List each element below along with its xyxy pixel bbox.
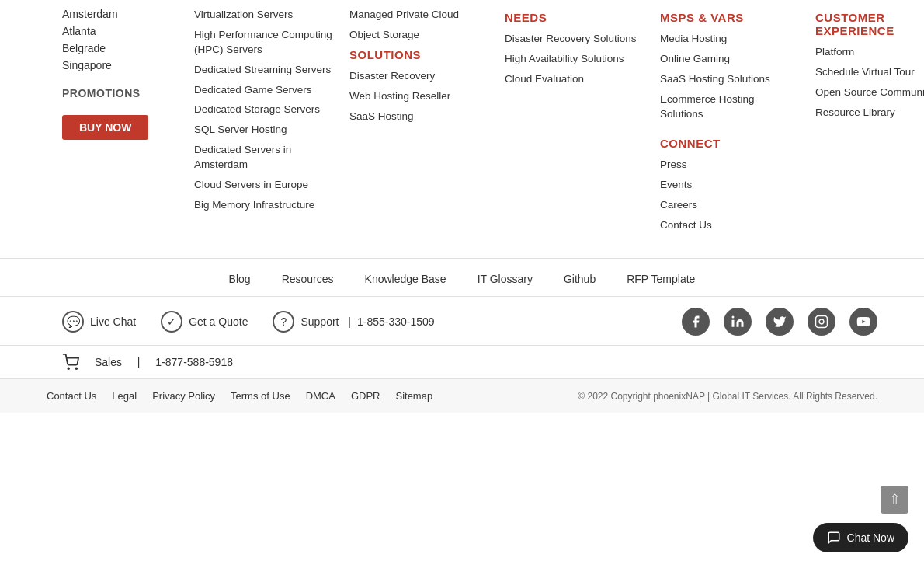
needs-disaster-recovery[interactable]: Disaster Recovery Solutions — [505, 32, 644, 47]
live-chat-label: Live Chat — [90, 315, 136, 328]
server-storage[interactable]: Dedicated Storage Servers — [194, 103, 334, 117]
svg-point-0 — [732, 316, 735, 319]
sales-separator: | — [137, 356, 141, 368]
get-quote-link[interactable]: ✓ Get a Quote — [161, 311, 248, 333]
contact-left: 💬 Live Chat ✓ Get a Quote ? Support | 1-… — [62, 311, 435, 333]
bottom-links: Contact Us Legal Privacy Policy Terms of… — [47, 390, 432, 402]
bottom-contact-us[interactable]: Contact Us — [47, 390, 96, 402]
city-singapore[interactable]: Singapore — [62, 59, 186, 71]
solutions-saas[interactable]: SaaS Hosting — [349, 110, 489, 124]
instagram-icon[interactable] — [808, 308, 835, 336]
msps-saas-solutions[interactable]: SaaS Hosting Solutions — [660, 72, 800, 87]
support-separator: | — [345, 315, 351, 328]
copyright-text: © 2022 Copyright phoenixNAP | Global IT … — [578, 391, 877, 402]
connect-contact[interactable]: Contact Us — [660, 218, 800, 233]
city-belgrade[interactable]: Belgrade — [62, 42, 186, 54]
solutions-web-hosting[interactable]: Web Hosting Reseller — [349, 89, 489, 104]
needs-cloud-evaluation[interactable]: Cloud Evaluation — [505, 72, 644, 87]
svg-rect-1 — [816, 316, 828, 328]
city-atlanta[interactable]: Atlanta — [62, 25, 186, 37]
msps-heading: MSPs & VARs — [660, 11, 800, 24]
connect-heading: CONNECT — [660, 137, 800, 150]
support-label: Support — [300, 315, 339, 328]
msps-ecommerce[interactable]: Ecommerce Hosting Solutions — [660, 92, 800, 122]
customer-virtual-tour[interactable]: Schedule Virtual Tour — [815, 65, 924, 80]
promotions-label: PROMOTIONS — [62, 87, 186, 99]
customer-resource-library[interactable]: Resource Library — [815, 106, 924, 120]
sales-bar: Sales | 1-877-588-5918 — [0, 346, 924, 378]
quote-icon: ✓ — [161, 311, 182, 333]
needs-high-availability[interactable]: High Availability Solutions — [505, 52, 644, 67]
linkedin-icon[interactable] — [724, 308, 752, 336]
bottom-terms[interactable]: Terms of Use — [231, 390, 290, 402]
bottom-dmca[interactable]: DMCA — [306, 390, 335, 402]
server-hpc[interactable]: High Performance Computing (HPC) Servers — [194, 28, 334, 57]
bottom-sitemap[interactable]: Sitemap — [395, 390, 432, 402]
server-amsterdam[interactable]: Dedicated Servers in Amsterdam — [194, 143, 334, 172]
chat-icon: 💬 — [62, 311, 84, 333]
server-virtualization[interactable]: Virtualization Servers — [194, 8, 334, 23]
svg-point-4 — [68, 368, 69, 369]
footer-it-glossary[interactable]: IT Glossary — [478, 273, 533, 285]
live-chat-link[interactable]: 💬 Live Chat — [62, 311, 136, 333]
cart-icon: Sales | 1-877-588-5918 — [62, 354, 233, 371]
buy-now-button[interactable]: BUY NOW — [62, 115, 148, 140]
footer-knowledge-base[interactable]: Knowledge Base — [365, 273, 446, 285]
footer-rfp[interactable]: RFP Template — [627, 273, 695, 285]
support-phone: 1-855-330-1509 — [357, 315, 435, 328]
connect-careers[interactable]: Careers — [660, 198, 800, 213]
solutions-heading: SOLUTIONS — [349, 48, 489, 61]
youtube-icon[interactable] — [849, 308, 877, 336]
connect-press[interactable]: Press — [660, 158, 800, 172]
get-quote-label: Get a Quote — [189, 315, 248, 328]
server-streaming[interactable]: Dedicated Streaming Servers — [194, 63, 334, 78]
bottom-bar: Contact Us Legal Privacy Policy Terms of… — [0, 378, 924, 413]
customer-platform[interactable]: Platform — [815, 45, 924, 60]
customer-heading: Customer Experience — [815, 11, 924, 37]
footer-github[interactable]: Github — [564, 273, 596, 285]
bottom-gdpr[interactable]: GDPR — [351, 390, 380, 402]
customer-column: Customer Experience Platform Schedule Vi… — [808, 8, 924, 239]
server-europe[interactable]: Cloud Servers in Europe — [194, 178, 334, 193]
cities-column: Amsterdam Atlanta Belgrade Singapore PRO… — [62, 8, 186, 239]
facebook-icon[interactable] — [682, 308, 710, 336]
msps-column: MSPs & VARs Media Hosting Online Gaming … — [652, 8, 808, 239]
city-amsterdam[interactable]: Amsterdam — [62, 8, 186, 20]
contact-bar: 💬 Live Chat ✓ Get a Quote ? Support | 1-… — [0, 297, 924, 346]
cloud-managed[interactable]: Managed Private Cloud — [349, 8, 489, 23]
msps-online-gaming[interactable]: Online Gaming — [660, 52, 800, 67]
sales-phone: 1-877-588-5918 — [155, 356, 233, 368]
support-icon: ? — [273, 311, 294, 333]
server-sql[interactable]: SQL Server Hosting — [194, 123, 334, 138]
solutions-disaster-recovery[interactable]: Disaster Recovery — [349, 69, 489, 84]
server-bigmemory[interactable]: Big Memory Infrastructure — [194, 198, 334, 213]
connect-events[interactable]: Events — [660, 178, 800, 193]
servers-column: Virtualization Servers High Performance … — [186, 8, 342, 239]
support-link[interactable]: ? Support | 1-855-330-1509 — [273, 311, 434, 333]
footer-blog[interactable]: Blog — [229, 273, 251, 285]
footer-nav: Blog Resources Knowledge Base IT Glossar… — [0, 259, 924, 297]
bottom-privacy[interactable]: Privacy Policy — [152, 390, 215, 402]
svg-point-5 — [75, 368, 77, 369]
twitter-icon[interactable] — [766, 308, 794, 336]
sales-label: Sales — [95, 356, 122, 368]
needs-heading: NEEDS — [505, 11, 644, 24]
cloud-object-storage[interactable]: Object Storage — [349, 28, 489, 43]
footer-resources[interactable]: Resources — [282, 273, 334, 285]
msps-media-hosting[interactable]: Media Hosting — [660, 32, 800, 47]
cloud-column: Managed Private Cloud Object Storage SOL… — [342, 8, 497, 239]
server-game[interactable]: Dedicated Game Servers — [194, 83, 334, 98]
social-icons — [682, 308, 877, 336]
needs-column: NEEDS Disaster Recovery Solutions High A… — [497, 8, 652, 239]
customer-open-source[interactable]: Open Source Community — [815, 85, 924, 100]
bottom-legal[interactable]: Legal — [112, 390, 137, 402]
